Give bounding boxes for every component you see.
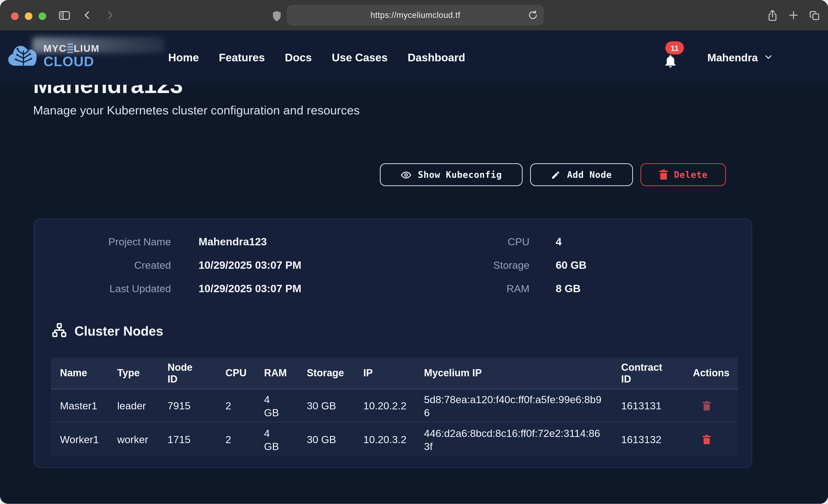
share-button[interactable] [765,8,779,22]
user-menu[interactable]: Mahendra [707,30,773,85]
detail-label: CPU [408,234,530,249]
trash-icon [659,170,668,180]
trash-icon [703,435,711,444]
sidebar-icon [58,9,71,22]
cell-actions [684,401,738,411]
detail-value: 4 [556,234,562,249]
delete-label: Delete [674,170,708,180]
column-header-type: Type [108,367,159,379]
cell-node-id: 1715 [159,433,216,446]
network-nodes-icon [52,323,67,340]
page-subtitle: Manage your Kubernetes cluster configura… [33,103,360,118]
brand-line2: CLOUD [43,55,99,69]
add-node-label: Add Node [567,170,612,180]
chevron-left-icon [82,10,93,21]
cell-type: worker [108,433,159,446]
show-kubeconfig-button[interactable]: Show Kubeconfig [380,163,523,186]
add-node-button[interactable]: Add Node [530,163,633,186]
column-header-contract-id: Contract ID [612,362,684,385]
cell-name: Master1 [51,399,108,412]
detail-label: RAM [408,281,530,296]
cell-ram: 4 GB [255,392,298,419]
trash-icon [703,401,711,411]
address-bar[interactable]: https://myceliumcloud.tf [287,5,544,26]
column-header-mycelium-ip: Mycelium IP [415,367,612,379]
detail-value: 10/29/2025 03:07 PM [199,281,301,296]
cell-ip: 10.20.3.2 [355,433,415,446]
notifications-button[interactable]: 11 [660,43,690,75]
detail-value: 8 GB [556,281,581,296]
show-kubeconfig-label: Show Kubeconfig [418,170,502,180]
column-header-storage: Storage [298,367,355,379]
share-icon [767,9,778,22]
chevron-down-icon [764,51,773,64]
delete-node-button[interactable] [693,401,711,411]
detail-row-last-updated: Last Updated 10/29/2025 03:07 PM [35,281,359,296]
cell-cpu: 2 [216,433,255,446]
table-header-row: Name Type Node ID CPU RAM Storage IP Myc… [51,358,738,389]
user-name: Mahendra [707,51,758,64]
detail-label: Storage [408,258,530,272]
privacy-shield-button[interactable] [270,9,283,23]
cell-storage: 30 GB [298,433,355,446]
nav-item-home[interactable]: Home [168,51,199,64]
cell-contract-id: 1613132 [612,433,684,446]
traffic-lights [11,12,46,20]
screenshot-stage: https://myceliumcloud.tf [0,0,828,504]
forward-button[interactable] [103,8,117,22]
cell-type: leader [108,399,159,412]
delete-node-button[interactable] [693,435,711,444]
cell-mycelium-ip: 446:d2a6:8bcd:8c16:ff0f:72e2:3114:863f [415,426,612,453]
cell-cpu: 2 [216,399,255,412]
nav-item-features[interactable]: Features [219,51,265,64]
table-row-worker1: Worker1 worker 1715 2 4 GB 30 GB 10.20.3… [51,422,738,456]
detail-value: 60 GB [556,258,586,272]
column-header-actions: Actions [684,367,738,379]
reload-icon [527,11,538,23]
detail-label: Last Updated [35,281,171,296]
reload-button[interactable] [527,10,538,21]
details-left-column: Project Name Mahendra123 Created 10/29/2… [35,234,359,296]
table-row-master1: Master1 leader 7915 2 4 GB 30 GB 10.20.2… [51,389,738,422]
browser-chrome: https://myceliumcloud.tf [0,0,828,30]
cluster-nodes-heading: Cluster Nodes [52,323,163,340]
nav-item-dashboard[interactable]: Dashboard [408,51,465,64]
cell-name: Worker1 [51,433,108,446]
cell-storage: 30 GB [298,399,355,412]
shield-icon [272,10,282,22]
cell-mycelium-ip: 5d8:78ea:a120:f40c:ff0f:a5fe:99e6:8b96 [415,392,612,419]
detail-row-ram: RAM 8 GB [408,281,683,296]
detail-value: 10/29/2025 03:07 PM [199,258,301,272]
detail-value: Mahendra123 [199,234,267,249]
delete-cluster-button[interactable]: Delete [640,163,726,186]
close-window-button[interactable] [11,12,18,20]
eye-icon [401,169,412,180]
column-header-cpu: CPU [216,367,255,379]
details-right-column: CPU 4 Storage 60 GB RAM 8 GB [408,234,683,296]
chevron-right-icon [104,10,115,21]
cluster-nodes-title: Cluster Nodes [75,324,163,339]
cluster-actions-row: Show Kubeconfig Add Node [0,163,752,186]
zoom-window-button[interactable] [39,12,46,20]
notification-count-badge: 11 [665,41,684,54]
sidebar-toggle-button[interactable] [57,8,71,22]
plus-icon [788,10,799,21]
cell-node-id: 7915 [159,399,216,412]
new-tab-button[interactable] [787,8,800,22]
detail-label: Created [35,258,171,272]
cluster-details-card: Project Name Mahendra123 Created 10/29/2… [34,218,752,468]
nav-item-docs[interactable]: Docs [285,51,312,64]
column-header-ip: IP [355,367,415,379]
nav-item-use-cases[interactable]: Use Cases [332,51,388,64]
detail-row-cpu: CPU 4 [408,234,683,249]
detail-row-storage: Storage 60 GB [408,258,683,272]
column-header-name: Name [51,367,108,379]
tab-overview-button[interactable] [807,8,821,22]
back-button[interactable] [81,8,94,22]
column-header-node-id: Node ID [159,362,216,385]
minimize-window-button[interactable] [25,12,32,20]
browser-window: https://myceliumcloud.tf [0,0,828,504]
redacted-blur-overlay [32,37,165,53]
nav-links: Home Features Docs Use Cases Dashboard [168,30,465,85]
cell-ip: 10.20.2.2 [355,399,415,412]
